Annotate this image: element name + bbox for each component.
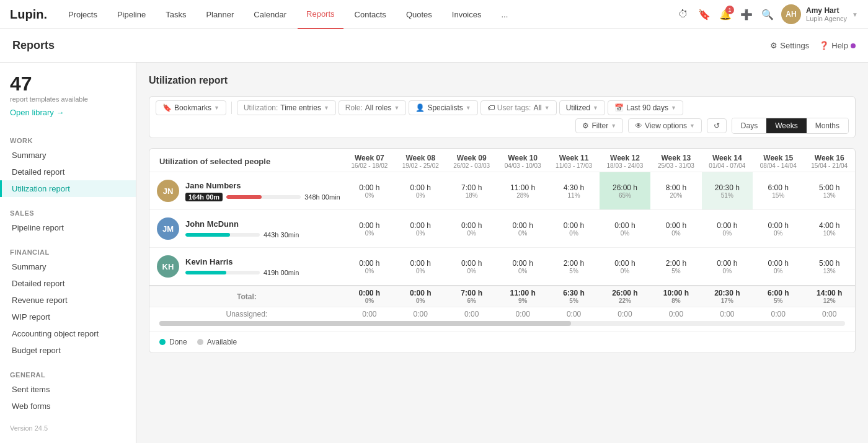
- cell-hours: 0:00 h: [450, 259, 494, 268]
- sidebar: 47 report templates available Open libra…: [0, 63, 136, 443]
- nav-item-pipeline[interactable]: Pipeline: [108, 0, 154, 29]
- period-value: Last 90 days: [626, 103, 668, 112]
- sidebar-item-detailed-report[interactable]: Detailed report: [0, 164, 136, 180]
- sidebar-item-pipeline-report[interactable]: Pipeline report: [0, 219, 136, 236]
- table-row: JM John McDunn 443h 30min 0:00 h0%0:00 h…: [149, 210, 855, 248]
- cell-hours: 0:00 h: [348, 183, 391, 192]
- refresh-button[interactable]: ↺: [707, 118, 727, 133]
- legend-available-label: Available: [207, 338, 237, 346]
- notification-icon[interactable]: 🔔 1: [719, 8, 732, 20]
- sidebar-item-utilization-report[interactable]: Utilization report: [0, 180, 136, 197]
- user-name: Amy Hart: [806, 6, 847, 15]
- user-info-text: Amy Hart Lupin Agency: [806, 6, 847, 22]
- sidebar-item-revenue-report[interactable]: Revenue report: [0, 292, 136, 309]
- data-cell: 0:00 h0%: [753, 248, 804, 286]
- settings-button[interactable]: ⚙ Settings: [770, 41, 809, 50]
- nav-item-tasks[interactable]: Tasks: [157, 0, 195, 29]
- data-cell: 2:00 h5%: [650, 248, 701, 286]
- total-pct: 6%: [450, 297, 494, 304]
- table-row: KH Kevin Harris 419h 00min 0:00 h0%0:00 …: [149, 248, 855, 286]
- sidebar-item-sent-items[interactable]: Sent items: [0, 381, 136, 398]
- total-pct: 17%: [706, 297, 749, 304]
- cell-hours: 0:00 h: [706, 259, 749, 268]
- sidebar-item-summary[interactable]: Summary: [0, 147, 136, 164]
- data-cell: 11:00 h28%: [497, 172, 548, 210]
- table-header-w07: Week 07 16/02 - 18/02: [344, 149, 395, 172]
- table-header-w14: Week 14 01/04 - 07/04: [702, 149, 753, 172]
- progress-fill: [185, 233, 230, 237]
- utilization-chevron: ▼: [324, 105, 329, 111]
- nav-item-projects[interactable]: Projects: [60, 0, 106, 29]
- role-filter-label: Role:: [345, 103, 363, 112]
- total-pct: 12%: [807, 297, 851, 304]
- specialists-filter[interactable]: 👤 Specialists ▼: [409, 100, 477, 115]
- cell-pct: 0%: [501, 230, 544, 237]
- sidebar-item-wip-report[interactable]: WIP report: [0, 309, 136, 325]
- period-filter[interactable]: 📅 Last 90 days ▼: [608, 100, 683, 115]
- utilization-filter[interactable]: Utilization: Time entries ▼: [237, 100, 336, 115]
- clock-icon[interactable]: ⏱: [677, 8, 689, 20]
- settings-icon: ⚙: [770, 41, 777, 50]
- sidebar-item-accounting-object-report[interactable]: Accounting object report: [0, 325, 136, 342]
- data-cell: 4:00 h10%: [804, 210, 855, 248]
- page-header-actions: ⚙ Settings ❓ Help: [770, 41, 856, 50]
- role-filter[interactable]: Role: All roles ▼: [339, 100, 407, 115]
- help-button[interactable]: ❓ Help: [819, 41, 856, 50]
- filter-label: Filter: [591, 121, 608, 130]
- search-icon[interactable]: 🔍: [761, 8, 774, 20]
- filter-button[interactable]: ⚙ Filter ▼: [575, 118, 623, 133]
- view-options-button[interactable]: 👁 View options ▼: [628, 118, 702, 133]
- total-data-cell: 14:00 h12%: [804, 286, 855, 307]
- total-data-cell: 6:00 h5%: [753, 286, 804, 307]
- report-table: Utilization of selected people Week 07 1…: [149, 149, 855, 321]
- specialists-label: Specialists: [427, 103, 463, 112]
- nav-item-quotes[interactable]: Quotes: [397, 0, 441, 29]
- nav-item-invoices[interactable]: Invoices: [443, 0, 490, 29]
- sidebar-item-financial-detailed[interactable]: Detailed report: [0, 275, 136, 292]
- bookmarks-filter[interactable]: 🔖 Bookmarks ▼: [156, 100, 226, 115]
- data-cell: 0:00 h0%: [344, 248, 395, 286]
- user-agency: Lupin Agency: [806, 15, 847, 22]
- data-cell: 5:00 h13%: [804, 172, 855, 210]
- help-icon: ❓: [819, 41, 829, 50]
- total-hours: 7:00 h: [450, 289, 494, 297]
- page: Reports ⚙ Settings ❓ Help 47 report temp…: [0, 29, 868, 443]
- legend: Done Available: [149, 331, 855, 353]
- progress-total-label: 443h 30min: [264, 231, 299, 239]
- nav-item-reports[interactable]: Reports: [298, 0, 343, 29]
- weeks-view-button[interactable]: Weeks: [766, 118, 806, 133]
- usertags-filter[interactable]: 🏷 User tags: All ▼: [480, 100, 557, 115]
- total-pct: 5%: [552, 297, 595, 304]
- cell-hours: 0:00 h: [654, 221, 698, 230]
- sidebar-item-financial-summary[interactable]: Summary: [0, 258, 136, 275]
- cell-pct: 0%: [348, 268, 391, 274]
- bookmarks-chevron: ▼: [214, 105, 219, 111]
- days-view-button[interactable]: Days: [732, 118, 766, 133]
- nav-item-planner[interactable]: Planner: [197, 0, 242, 29]
- sidebar-version: Version 24.5: [0, 414, 136, 442]
- nav-item-contacts[interactable]: Contacts: [346, 0, 395, 29]
- person-info: Jane Numbers 164h 00m 348h 00min: [185, 181, 340, 201]
- nav-item-more[interactable]: ...: [493, 0, 517, 29]
- sidebar-item-budget-report[interactable]: Budget report: [0, 342, 136, 359]
- cell-pct: 18%: [450, 192, 494, 199]
- months-view-button[interactable]: Months: [807, 118, 848, 133]
- calendar-icon: 📅: [614, 103, 624, 112]
- person-name: John McDunn: [185, 219, 299, 229]
- table-header-w11: Week 11 11/03 - 17/03: [548, 149, 599, 172]
- user-menu[interactable]: AH Amy Hart Lupin Agency ▼: [781, 4, 858, 24]
- table-header-w08: Week 08 19/02 - 25/02: [395, 149, 446, 172]
- open-library-link[interactable]: Open library →: [10, 108, 126, 117]
- add-icon[interactable]: ➕: [740, 8, 753, 20]
- cell-hours: 0:00 h: [399, 259, 442, 268]
- total-label: Total:: [149, 286, 344, 307]
- bookmark-icon[interactable]: 🔖: [698, 8, 711, 20]
- cell-pct: 13%: [807, 268, 851, 274]
- nav-item-calendar[interactable]: Calendar: [245, 0, 295, 29]
- cell-pct: 0%: [603, 268, 647, 274]
- utilized-filter[interactable]: Utilized ▼: [559, 100, 605, 115]
- horizontal-scrollbar[interactable]: [159, 321, 845, 326]
- data-cell: 0:00 h0%: [650, 210, 701, 248]
- sidebar-item-web-forms[interactable]: Web forms: [0, 398, 136, 414]
- cell-pct: 13%: [807, 192, 851, 199]
